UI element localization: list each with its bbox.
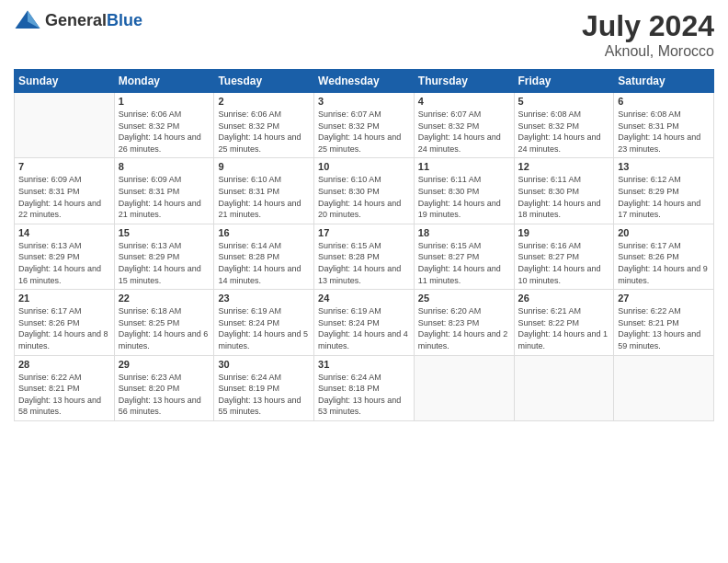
day-number: 18 [418, 227, 510, 238]
sunset: Sunset: 8:30 PM [418, 187, 480, 196]
calendar-cell [15, 93, 115, 158]
day-info: Sunrise: 6:24 AM Sunset: 8:19 PM Dayligh… [218, 372, 310, 418]
sunset: Sunset: 8:32 PM [119, 121, 180, 131]
header-sunday: Sunday [15, 70, 115, 93]
day-info: Sunrise: 6:20 AM Sunset: 8:23 PM Dayligh… [418, 305, 510, 351]
sunrise: Sunrise: 6:24 AM [218, 373, 281, 382]
day-info: Sunrise: 6:21 AM Sunset: 8:22 PM Dayligh… [518, 305, 610, 351]
sunrise: Sunrise: 6:10 AM [318, 175, 381, 184]
header-monday: Monday [114, 70, 214, 93]
header-thursday: Thursday [414, 70, 514, 93]
calendar-week-3: 14 Sunrise: 6:13 AM Sunset: 8:29 PM Dayl… [15, 224, 714, 289]
day-number: 29 [119, 359, 210, 370]
calendar-cell: 17 Sunrise: 6:15 AM Sunset: 8:28 PM Dayl… [314, 224, 415, 289]
sunrise: Sunrise: 6:15 AM [318, 241, 381, 250]
day-number: 13 [618, 161, 710, 172]
calendar-cell: 18 Sunrise: 6:15 AM Sunset: 8:27 PM Dayl… [414, 224, 514, 289]
page-header: GeneralBlue July 2024 Aknoul, Morocco [14, 9, 714, 60]
calendar-week-2: 7 Sunrise: 6:09 AM Sunset: 8:31 PM Dayli… [15, 158, 714, 224]
sunrise: Sunrise: 6:10 AM [218, 175, 281, 184]
calendar-week-4: 21 Sunrise: 6:17 AM Sunset: 8:26 PM Dayl… [15, 290, 714, 355]
calendar-cell: 7 Sunrise: 6:09 AM Sunset: 8:31 PM Dayli… [15, 158, 115, 224]
day-info: Sunrise: 6:13 AM Sunset: 8:29 PM Dayligh… [18, 240, 110, 286]
calendar-cell: 3 Sunrise: 6:07 AM Sunset: 8:32 PM Dayli… [314, 93, 415, 158]
calendar-cell: 19 Sunrise: 6:16 AM Sunset: 8:27 PM Dayl… [514, 224, 614, 289]
day-info: Sunrise: 6:24 AM Sunset: 8:18 PM Dayligh… [318, 372, 410, 418]
day-info: Sunrise: 6:07 AM Sunset: 8:32 PM Dayligh… [318, 109, 410, 155]
sunset: Sunset: 8:32 PM [418, 121, 480, 131]
sunset: Sunset: 8:19 PM [218, 384, 279, 393]
logo-text: GeneralBlue [45, 11, 142, 30]
sunset: Sunset: 8:31 PM [618, 121, 679, 131]
daylight: Daylight: 14 hours and 21 minutes. [218, 199, 301, 220]
day-info: Sunrise: 6:12 AM Sunset: 8:29 PM Dayligh… [618, 174, 710, 220]
calendar-cell: 13 Sunrise: 6:12 AM Sunset: 8:29 PM Dayl… [614, 158, 714, 224]
calendar-cell: 8 Sunrise: 6:09 AM Sunset: 8:31 PM Dayli… [114, 158, 214, 224]
calendar-cell: 20 Sunrise: 6:17 AM Sunset: 8:26 PM Dayl… [614, 224, 714, 289]
sunset: Sunset: 8:29 PM [18, 252, 80, 261]
day-number: 19 [518, 227, 610, 238]
day-number: 9 [218, 161, 310, 172]
sunset: Sunset: 8:30 PM [518, 187, 580, 196]
day-number: 3 [318, 96, 410, 107]
sunset: Sunset: 8:24 PM [218, 318, 279, 327]
sunset: Sunset: 8:21 PM [18, 384, 80, 393]
sunrise: Sunrise: 6:11 AM [418, 175, 482, 184]
daylight: Daylight: 14 hours and 2 minutes. [418, 329, 508, 350]
sunset: Sunset: 8:18 PM [318, 384, 380, 393]
weekday-header-row: Sunday Monday Tuesday Wednesday Thursday… [15, 70, 714, 93]
daylight: Daylight: 14 hours and 24 minutes. [518, 132, 601, 154]
day-info: Sunrise: 6:09 AM Sunset: 8:31 PM Dayligh… [18, 174, 110, 220]
calendar-week-1: 1 Sunrise: 6:06 AM Sunset: 8:32 PM Dayli… [15, 93, 714, 158]
day-info: Sunrise: 6:10 AM Sunset: 8:31 PM Dayligh… [218, 174, 310, 220]
day-number: 22 [119, 293, 210, 304]
sunrise: Sunrise: 6:13 AM [18, 241, 82, 250]
sunset: Sunset: 8:31 PM [18, 187, 80, 196]
calendar-cell: 16 Sunrise: 6:14 AM Sunset: 8:28 PM Dayl… [214, 224, 314, 289]
header-friday: Friday [514, 70, 614, 93]
day-number: 12 [518, 161, 610, 172]
daylight: Daylight: 14 hours and 16 minutes. [18, 264, 101, 285]
calendar-cell: 4 Sunrise: 6:07 AM Sunset: 8:32 PM Dayli… [414, 93, 514, 158]
sunset: Sunset: 8:25 PM [119, 318, 180, 327]
day-info: Sunrise: 6:06 AM Sunset: 8:32 PM Dayligh… [218, 109, 310, 155]
calendar-cell: 1 Sunrise: 6:06 AM Sunset: 8:32 PM Dayli… [114, 93, 214, 158]
sunrise: Sunrise: 6:08 AM [618, 109, 681, 119]
sunset: Sunset: 8:21 PM [618, 318, 679, 327]
day-info: Sunrise: 6:09 AM Sunset: 8:31 PM Dayligh… [119, 174, 210, 220]
sunrise: Sunrise: 6:19 AM [318, 306, 381, 316]
day-number: 10 [318, 161, 410, 172]
day-info: Sunrise: 6:19 AM Sunset: 8:24 PM Dayligh… [318, 305, 410, 351]
daylight: Daylight: 14 hours and 26 minutes. [119, 132, 201, 154]
day-number: 23 [218, 293, 310, 304]
sunrise: Sunrise: 6:15 AM [418, 241, 482, 250]
daylight: Daylight: 14 hours and 23 minutes. [618, 132, 700, 154]
sunrise: Sunrise: 6:20 AM [418, 306, 482, 316]
day-number: 4 [418, 96, 510, 107]
header-saturday: Saturday [614, 70, 714, 93]
sunrise: Sunrise: 6:08 AM [518, 109, 582, 119]
sunset: Sunset: 8:32 PM [218, 121, 279, 131]
daylight: Daylight: 14 hours and 4 minutes. [318, 329, 408, 350]
logo-general: General [45, 11, 107, 29]
daylight: Daylight: 14 hours and 25 minutes. [218, 132, 301, 154]
sunset: Sunset: 8:22 PM [518, 318, 580, 327]
calendar-cell: 6 Sunrise: 6:08 AM Sunset: 8:31 PM Dayli… [614, 93, 714, 158]
sunset: Sunset: 8:32 PM [318, 121, 380, 131]
sunrise: Sunrise: 6:07 AM [318, 109, 381, 119]
sunrise: Sunrise: 6:21 AM [518, 306, 582, 316]
title-block: July 2024 Aknoul, Morocco [582, 9, 714, 60]
sunrise: Sunrise: 6:18 AM [119, 306, 182, 316]
calendar-cell: 14 Sunrise: 6:13 AM Sunset: 8:29 PM Dayl… [15, 224, 115, 289]
sunrise: Sunrise: 6:14 AM [218, 241, 281, 250]
day-number: 15 [119, 227, 210, 238]
calendar-cell: 10 Sunrise: 6:10 AM Sunset: 8:30 PM Dayl… [314, 158, 415, 224]
daylight: Daylight: 13 hours and 58 minutes. [18, 396, 101, 417]
calendar-cell: 27 Sunrise: 6:22 AM Sunset: 8:21 PM Dayl… [614, 290, 714, 355]
calendar-cell: 24 Sunrise: 6:19 AM Sunset: 8:24 PM Dayl… [314, 290, 415, 355]
sunrise: Sunrise: 6:23 AM [119, 373, 182, 382]
day-number: 24 [318, 293, 410, 304]
sunrise: Sunrise: 6:11 AM [518, 175, 582, 184]
day-info: Sunrise: 6:13 AM Sunset: 8:29 PM Dayligh… [119, 240, 210, 286]
daylight: Daylight: 13 hours and 53 minutes. [318, 396, 401, 417]
